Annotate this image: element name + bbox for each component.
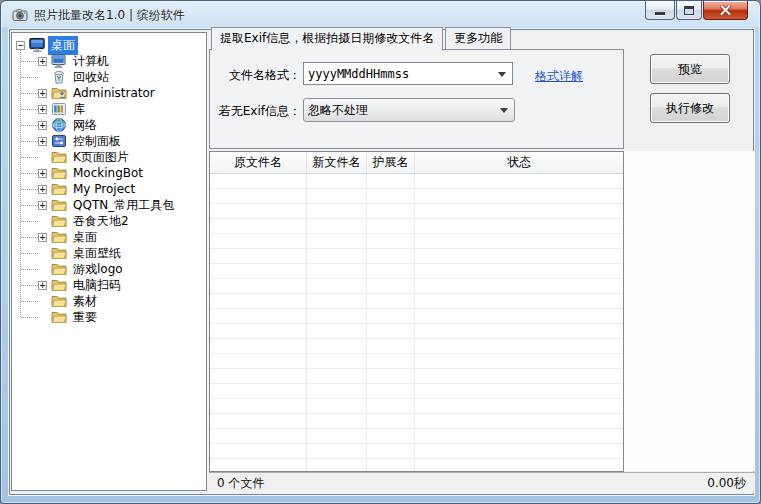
column-header[interactable]: 状态 (415, 152, 623, 173)
tree-expander-spacer (38, 73, 47, 82)
file-list: 原文件名新文件名护展名状态 (209, 151, 624, 472)
tree-item-label[interactable]: MockingBot (70, 165, 146, 181)
file-list-body (210, 174, 623, 471)
tree-expander-spacer (38, 217, 47, 226)
no-exif-combobox[interactable]: 忽略不处理 (303, 98, 515, 122)
folder-icon (51, 197, 67, 213)
tree-expander-minus-icon[interactable]: − (16, 41, 25, 50)
tree-panel: −桌面+计算机回收站+Administrator+库+网络+控制面板K页面图片+… (11, 32, 207, 491)
tree-expander-spacer (38, 313, 47, 322)
tree-expander-spacer (38, 249, 47, 258)
tree-expander-plus-icon[interactable]: + (38, 185, 47, 194)
tree-expander-plus-icon[interactable]: + (38, 169, 47, 178)
folder-icon (51, 181, 67, 197)
chevron-down-icon[interactable] (498, 72, 506, 81)
filename-format-label: 文件名格式： (210, 67, 301, 84)
tree-expander-plus-icon[interactable]: + (38, 233, 47, 242)
camera-icon (12, 7, 28, 23)
titlebar: 照片批量改名1.0 | 缤纷软件 (1, 1, 760, 29)
tree-item[interactable]: +电脑扫码 (12, 277, 206, 293)
control-panel-icon (51, 133, 67, 149)
folder-icon (51, 213, 67, 229)
folder-icon (51, 277, 67, 293)
no-exif-label: 若无Exif信息： (210, 103, 301, 120)
tree-item[interactable]: +库 (12, 101, 206, 117)
tree-expander-spacer (38, 153, 47, 162)
tree-item-label[interactable]: 重要 (70, 308, 100, 327)
folder-icon (51, 309, 67, 325)
tab-more-features[interactable]: 更多功能 (445, 27, 511, 50)
tree-item[interactable]: 回收站 (12, 69, 206, 85)
folder-icon (51, 245, 67, 261)
folder-icon (51, 261, 67, 277)
tree-expander-plus-icon[interactable]: + (38, 121, 47, 130)
filename-format-value: yyyyMMddHHmmss (304, 67, 498, 81)
table-gridline (366, 174, 367, 471)
user-folder-icon (51, 85, 67, 101)
computer-icon (51, 53, 67, 69)
column-header[interactable]: 护展名 (367, 152, 415, 173)
tree-expander-plus-icon[interactable]: + (38, 201, 47, 210)
app-window: 照片批量改名1.0 | 缤纷软件 −桌面+计算机回收站+A (0, 0, 761, 504)
table-gridline (306, 174, 307, 471)
preview-button[interactable]: 预览 (650, 54, 730, 84)
tree-expander-spacer (38, 265, 47, 274)
desktop-icon (29, 37, 45, 53)
tree-expander-spacer (38, 297, 47, 306)
tree-expander-plus-icon[interactable]: + (38, 89, 47, 98)
client-area: −桌面+计算机回收站+Administrator+库+网络+控制面板K页面图片+… (9, 29, 754, 495)
tree-item[interactable]: K页面图片 (12, 149, 206, 165)
execute-button[interactable]: 执行修改 (650, 93, 730, 123)
window-title: 照片批量改名1.0 | 缤纷软件 (34, 7, 185, 24)
exif-settings-panel: 文件名格式： yyyyMMddHHmmss 格式详解 若无Exif信息： 忽略不… (209, 49, 624, 149)
format-help-link[interactable]: 格式详解 (535, 68, 583, 85)
tree-item-label[interactable]: 回收站 (70, 68, 112, 87)
close-button[interactable] (703, 1, 748, 20)
folder-icon (51, 229, 67, 245)
chevron-down-icon[interactable] (500, 108, 508, 117)
tree-expander-plus-icon[interactable]: + (38, 105, 47, 114)
filename-format-combobox[interactable]: yyyyMMddHHmmss (303, 62, 513, 85)
file-list-header: 原文件名新文件名护展名状态 (210, 152, 623, 174)
folder-icon (51, 165, 67, 181)
folder-icon (51, 293, 67, 309)
tree-item[interactable]: 重要 (12, 309, 206, 325)
folder-icon (51, 149, 67, 165)
minimize-icon (655, 12, 665, 15)
file-count-status: 0 个文件 (209, 475, 264, 492)
column-header[interactable]: 原文件名 (210, 152, 307, 173)
tab-exif-rename[interactable]: 提取Exif信息，根据拍摄日期修改文件名 (211, 27, 443, 51)
close-icon (720, 5, 731, 15)
table-gridline (414, 174, 415, 471)
tree-item[interactable]: 吞食天地2 (12, 213, 206, 229)
window-controls (644, 1, 748, 20)
library-icon (51, 101, 67, 117)
recycle-bin-icon (51, 69, 67, 85)
no-exif-value: 忽略不处理 (304, 102, 500, 119)
network-icon (51, 117, 67, 133)
tree-item-label[interactable]: K页面图片 (70, 148, 132, 167)
tree-item[interactable]: +Administrator (12, 85, 206, 101)
tree-item[interactable]: +MockingBot (12, 165, 206, 181)
maximize-icon (684, 6, 694, 15)
tree-expander-plus-icon[interactable]: + (38, 57, 47, 66)
tree-expander-plus-icon[interactable]: + (38, 281, 47, 290)
statusbar: 0 个文件 0.00秒 (209, 472, 755, 493)
elapsed-time-status: 0.00秒 (707, 475, 746, 492)
tree-item[interactable]: 素材 (12, 293, 206, 309)
tree-expander-plus-icon[interactable]: + (38, 137, 47, 146)
maximize-button[interactable] (676, 1, 702, 20)
tabstrip: 提取Exif信息，根据拍摄日期修改文件名 更多功能 (211, 32, 513, 50)
minimize-button[interactable] (645, 1, 675, 20)
column-header[interactable]: 新文件名 (307, 152, 367, 173)
